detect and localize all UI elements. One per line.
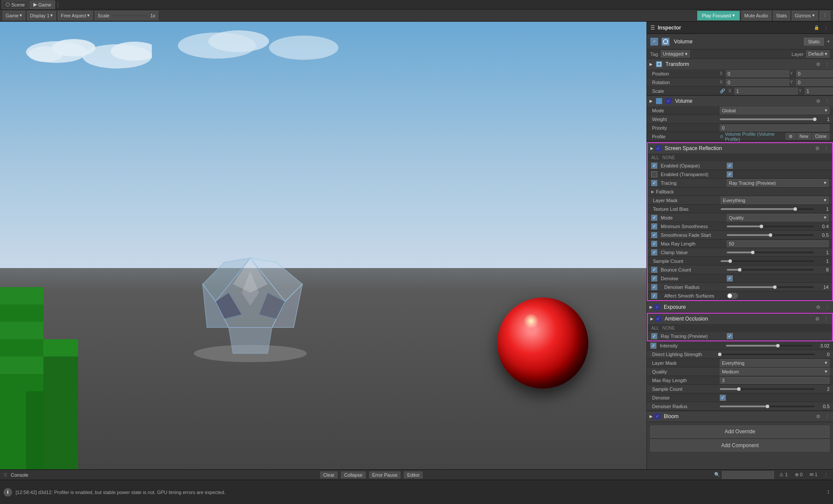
ssr-min-smooth-checkbox[interactable]: [651, 223, 657, 229]
ssr-more-icon[interactable]: ⋮: [823, 145, 830, 152]
rotation-x-input[interactable]: [726, 79, 789, 86]
ssr-clamp-checkbox[interactable]: [651, 249, 657, 255]
editor-btn[interactable]: Editor: [404, 471, 423, 478]
transform-header[interactable]: ▶ Transform ⚙ ⋮: [647, 59, 833, 69]
play-focused-btn[interactable]: Play Focused ▾: [697, 11, 740, 20]
exposure-header[interactable]: ▶ ✓ Exposure ⚙ ⋮: [647, 302, 833, 312]
ao-none-btn[interactable]: NONE: [662, 326, 675, 331]
ssr-tracing-dropdown[interactable]: Ray Tracing (Preview) ▾: [727, 179, 829, 187]
display-select[interactable]: Display 1 ▾: [27, 11, 56, 20]
volume-settings-icon[interactable]: ⚙: [815, 98, 822, 105]
bloom-settings-icon[interactable]: ⚙: [815, 413, 822, 420]
ao-all-btn[interactable]: ALL: [651, 326, 659, 331]
volume-header[interactable]: ▶ ✓ Volume ⚙ ⋮: [647, 96, 833, 106]
ao-more-icon[interactable]: ⋮: [823, 315, 830, 322]
ssr-all-btn[interactable]: ALL: [651, 155, 659, 160]
aspect-select[interactable]: Free Aspect ▾: [58, 11, 93, 20]
ssr-affect-smooth-checkbox[interactable]: [651, 293, 657, 299]
ao-settings-icon[interactable]: ⚙: [814, 315, 821, 322]
ao-quality-dropdown[interactable]: Medium ▾: [720, 368, 830, 376]
bounce-slider[interactable]: 8: [727, 267, 829, 272]
ao-header[interactable]: ▶ ✓ Ambient Occlusion ⚙ ⋮: [648, 314, 832, 324]
ssr-settings-icon[interactable]: ⚙: [814, 145, 821, 152]
volume-more-icon[interactable]: ⋮: [823, 98, 830, 105]
position-y-input[interactable]: [796, 70, 833, 77]
ao-ray-check[interactable]: [727, 333, 733, 339]
add-override-btn[interactable]: Add Override: [650, 425, 830, 438]
ao-ray-tracing-checkbox[interactable]: [651, 333, 657, 339]
position-x-input[interactable]: [726, 70, 789, 77]
ssr-bounce-checkbox[interactable]: [651, 267, 657, 273]
ssr-layer-mask-dropdown[interactable]: Everything ▾: [721, 196, 829, 204]
ssr-tracing-checkbox[interactable]: [651, 180, 657, 186]
transform-settings-icon[interactable]: ⚙: [815, 61, 822, 68]
error-pause-btn[interactable]: Error Pause: [369, 471, 401, 478]
bloom-enabled-checkbox[interactable]: ✓: [654, 413, 660, 419]
add-component-btn[interactable]: Add Component: [650, 439, 830, 452]
scale-control[interactable]: Scale 1x: [95, 11, 158, 20]
ssr-transparent-check[interactable]: [727, 171, 733, 177]
exposure-enabled-checkbox[interactable]: ✓: [654, 304, 660, 310]
ssr-denoise-checkbox[interactable]: [651, 275, 657, 281]
ssr-denoise-check[interactable]: [727, 275, 733, 281]
ssr-smooth-fade-checkbox[interactable]: [651, 232, 657, 238]
sample-count-slider[interactable]: 1: [721, 259, 829, 264]
transform-more-icon[interactable]: ⋮: [823, 61, 830, 68]
ssr-fallback-header[interactable]: ▶ Fallback: [648, 187, 832, 196]
weight-slider[interactable]: 1: [720, 117, 830, 122]
ssr-none-btn[interactable]: NONE: [662, 155, 675, 160]
profile-settings-icon[interactable]: ⚙: [786, 133, 796, 140]
new-profile-btn[interactable]: New: [797, 133, 811, 140]
ao-denoiser-slider[interactable]: 0.5: [720, 404, 830, 409]
ssr-max-ray-checkbox[interactable]: [651, 241, 657, 247]
ao-layer-mask-dropdown[interactable]: Everything ▾: [720, 359, 830, 367]
console-search-input[interactable]: [722, 471, 774, 479]
gizmos-btn[interactable]: Gizmos ▾: [792, 11, 818, 20]
scale-y-input[interactable]: [805, 88, 833, 95]
tag-dropdown[interactable]: Untagged ▾: [661, 50, 690, 58]
texture-lod-slider[interactable]: 1: [721, 206, 829, 212]
ao-sample-slider[interactable]: 2: [720, 386, 830, 392]
layer-dropdown[interactable]: Default ▾: [806, 50, 830, 58]
tab-scene[interactable]: ⬡ Scene: [2, 0, 29, 9]
ao-denoise-check[interactable]: [720, 395, 726, 401]
tab-game[interactable]: ▶ Game: [30, 0, 55, 9]
ssr-denoiser-radius-checkbox[interactable]: [651, 284, 657, 290]
ssr-mode-dropdown[interactable]: Quality ▾: [727, 214, 829, 222]
ssr-enabled-opaque-checkbox[interactable]: [651, 163, 657, 169]
ao-max-ray-input[interactable]: [720, 377, 830, 384]
ssr-affect-smooth-toggle[interactable]: [727, 293, 738, 299]
viewport[interactable]: [0, 22, 646, 469]
clamp-slider[interactable]: 1: [727, 250, 829, 255]
stats-btn[interactable]: Stats: [773, 11, 790, 20]
static-button[interactable]: Static: [804, 38, 824, 46]
rotation-y-input[interactable]: [796, 79, 833, 86]
priority-input[interactable]: [720, 124, 830, 131]
static-dropdown-icon[interactable]: ▾: [827, 39, 830, 44]
collapse-btn[interactable]: Collapse: [341, 471, 366, 478]
more-options-btn[interactable]: ⋮: [820, 11, 830, 20]
checkbox-enabled[interactable]: ✓: [650, 38, 658, 46]
ssr-opaque-check[interactable]: [727, 163, 733, 169]
ssr-mode-checkbox[interactable]: [651, 215, 657, 221]
scale-x-input[interactable]: [735, 88, 798, 95]
ssr-enabled-transparent-checkbox[interactable]: [651, 171, 657, 177]
console-more-icon[interactable]: ⋮: [823, 471, 830, 478]
min-smooth-slider[interactable]: 0.4: [727, 224, 829, 229]
ssr-max-ray-input[interactable]: [727, 240, 829, 247]
mute-audio-btn[interactable]: Mute Audio: [741, 11, 771, 20]
lock-icon[interactable]: 🔒: [813, 24, 820, 31]
exposure-more-icon[interactable]: ⋮: [823, 304, 830, 311]
ssr-enabled-checkbox[interactable]: ✓: [655, 145, 661, 151]
console-tab[interactable]: Console: [11, 472, 28, 478]
exposure-settings-icon[interactable]: ⚙: [815, 304, 822, 311]
ao-enabled-checkbox[interactable]: ✓: [655, 316, 661, 322]
clone-profile-btn[interactable]: Clone: [812, 133, 830, 140]
clear-btn[interactable]: Clear: [320, 471, 338, 478]
bloom-header[interactable]: ▶ ✓ Bloom ⚙ ⋮: [647, 411, 833, 422]
inspector-body[interactable]: ✓ Volume Static ▾ Tag Untagged ▾ Layer: [647, 34, 833, 469]
ao-direct-light-slider[interactable]: 0: [720, 352, 830, 357]
ao-intensity-checkbox[interactable]: [650, 343, 656, 349]
scale-slider[interactable]: [112, 15, 147, 16]
denoiser-radius-slider[interactable]: 14: [727, 285, 829, 290]
